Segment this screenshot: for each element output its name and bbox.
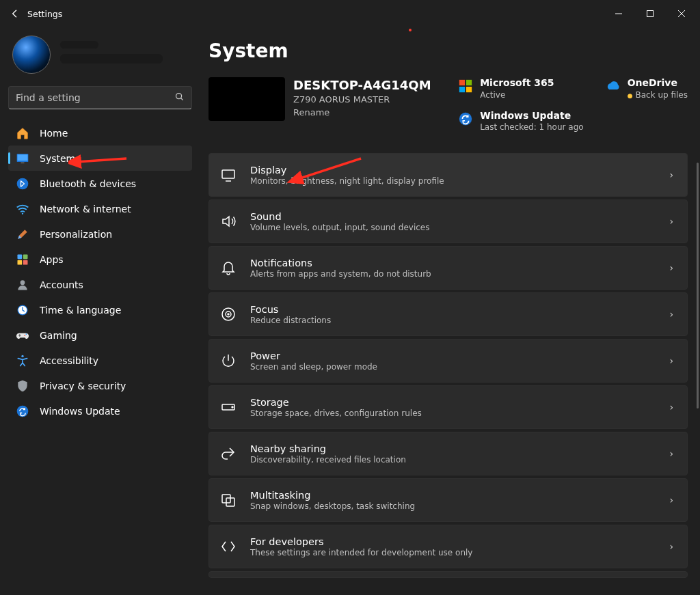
sound-icon [219,212,238,231]
service-title: Microsoft 365 [480,77,554,89]
card-developers[interactable]: For developers These settings are intend… [208,525,688,568]
accounts-icon [15,277,30,292]
service-sub: Active [480,90,554,100]
maximize-button[interactable] [634,0,666,27]
pc-rename-link[interactable]: Rename [293,107,329,117]
gaming-icon [15,328,30,343]
service-sub: Last checked: 1 hour ago [480,122,583,133]
service-windows-update[interactable]: Windows Update Last checked: 1 hour ago [457,110,583,133]
svg-rect-25 [222,170,234,178]
nav-label: Home [40,128,68,139]
nav-label: Privacy & security [40,380,126,391]
nav-item-network[interactable]: Network & internet [8,196,192,221]
card-storage[interactable]: Storage Storage space, drives, configura… [208,385,688,429]
chevron-right-icon: › [669,402,673,413]
nav-label: Bluetooth & devices [40,178,136,189]
multitasking-icon [219,490,238,510]
storage-icon [219,398,238,417]
chevron-right-icon: › [669,355,673,366]
svg-rect-10 [23,254,28,259]
nav-label: Apps [40,254,64,265]
svg-point-13 [21,280,25,285]
svg-rect-1 [647,11,654,17]
close-button[interactable] [666,0,697,27]
home-icon [15,126,30,141]
card-sub: Snap windows, desktops, task switching [250,501,669,511]
card-title: Storage [250,397,669,408]
nav-item-personalization[interactable]: Personalization [8,221,192,247]
settings-card-list: Display Monitors, brightness, night ligh… [208,153,688,578]
nav-item-accounts[interactable]: Accounts [8,272,192,297]
card-display[interactable]: Display Monitors, brightness, night ligh… [208,153,688,197]
avatar [12,36,51,74]
notifications-icon [219,258,238,277]
profile-email-redacted [60,54,163,64]
chevron-right-icon: › [669,169,673,180]
minimize-button[interactable] [603,0,634,27]
search-input[interactable]: Find a setting [8,86,192,109]
card-power[interactable]: Power Screen and sleep, power mode › [208,339,688,383]
card-notifications[interactable]: Notifications Alerts from apps and syste… [208,246,688,290]
window-title: Settings [27,9,62,19]
card-nearby[interactable]: Nearby sharing Discoverability, received… [208,432,688,475]
svg-point-2 [176,94,182,99]
pc-info: DESKTOP-A4G14QM Z790 AORUS MASTER Rename [293,77,431,118]
window-controls [603,0,697,27]
nav-item-time[interactable]: Time & language [8,297,192,322]
chevron-right-icon: › [669,309,673,320]
card-title: Display [250,165,669,176]
service-grid: Microsoft 365 Active OneDrive ●Back up f… [457,77,688,133]
nav-item-privacy[interactable]: Privacy & security [8,373,192,398]
svg-point-8 [22,212,23,214]
nav-item-bluetooth[interactable]: Bluetooth & devices [8,171,192,196]
scrollbar[interactable] [697,163,699,409]
svg-point-24 [459,112,472,124]
nav-item-apps[interactable]: Apps [8,247,192,272]
back-button[interactable] [3,1,27,26]
profile-block[interactable] [8,33,192,83]
nearby-sharing-icon [219,444,238,463]
svg-rect-6 [21,162,25,163]
service-m365[interactable]: Microsoft 365 Active [457,77,583,100]
focus-icon [219,305,238,324]
card-sub: Alerts from apps and system, do not dist… [250,269,669,279]
nav-item-system[interactable]: System [8,146,192,171]
windows-update-icon [457,110,474,128]
svg-point-17 [25,333,27,335]
annotation-dot [409,29,412,31]
search-placeholder: Find a setting [16,92,174,103]
card-multitasking[interactable]: Multitasking Snap windows, desktops, tas… [208,478,688,522]
svg-point-19 [17,405,29,417]
nav-item-accessibility[interactable]: Accessibility [8,348,192,373]
sidebar: Find a setting Home System [0,27,200,595]
accessibility-icon [15,353,30,368]
card-partial-next[interactable] [208,571,688,578]
developers-icon [219,537,238,556]
nav-label: Time & language [40,305,121,316]
svg-rect-21 [466,80,472,85]
card-focus[interactable]: Focus Reduce distractions › [208,292,688,336]
service-title: Windows Update [480,110,583,122]
nav-label: System [40,153,75,164]
card-sound[interactable]: Sound Volume levels, output, input, soun… [208,199,688,243]
content: System DESKTOP-A4G14QM Z790 AORUS MASTER… [200,27,700,595]
nav-item-home[interactable]: Home [8,120,192,146]
privacy-icon [15,378,30,393]
nav-label: Gaming [40,330,77,341]
svg-line-3 [181,98,183,100]
nav-item-windowsupdate[interactable]: Windows Update [8,398,192,424]
system-icon [15,151,30,166]
nav-list: Home System Bluetooth & devices [8,120,192,424]
nav-item-gaming[interactable]: Gaming [8,322,192,348]
bluetooth-icon [15,176,30,191]
card-title: Focus [250,304,669,315]
microsoft-365-icon [457,77,474,95]
titlebar: Settings [0,0,700,27]
nav-label: Network & internet [40,204,131,215]
service-onedrive[interactable]: OneDrive ●Back up files [604,77,688,100]
nav-label: Personalization [40,229,112,240]
svg-rect-5 [18,154,28,161]
pc-model: Z790 AORUS MASTER [293,94,431,105]
svg-point-31 [232,406,233,408]
card-title: Sound [250,211,669,222]
